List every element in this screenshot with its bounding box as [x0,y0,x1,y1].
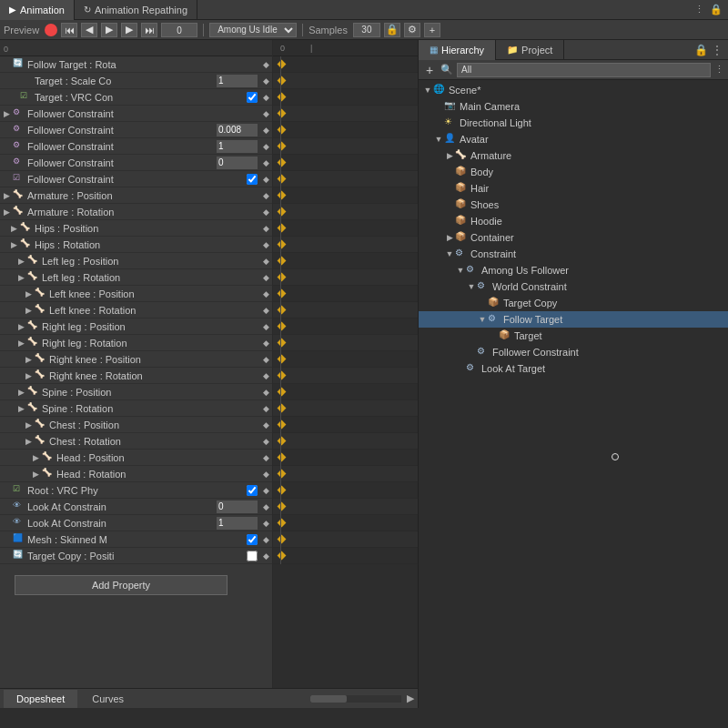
follower-val-3[interactable] [217,157,258,169]
keyframe-diamond[interactable] [278,551,287,561]
keyframe-diamond[interactable] [278,437,287,446]
hier-row-among-us[interactable]: ▼ ⚙ Among Us Follower [419,262,728,278]
lookat-val-1[interactable] [217,500,258,513]
keyframe-diamond[interactable] [278,289,287,298]
hier-row-hoodie[interactable]: 📦 Hoodie [419,213,728,229]
prop-row-follower-4[interactable]: ⚙ Follower Constraint ◆ [0,155,272,171]
prop-row-mesh[interactable]: 🟦 Mesh : Skinned M ◆ [0,531,272,548]
keyframe-diamond[interactable] [278,519,287,528]
prop-row-chest-rot[interactable]: ▶ 🦴 Chest : Rotation ◆ [0,433,272,450]
lock-icon[interactable]: 🔒 [694,44,708,56]
anim-lock-btn[interactable]: 🔒 [384,23,400,37]
scale-input[interactable] [217,75,258,87]
hier-row-body[interactable]: 📦 Body [419,164,728,180]
prop-row-target-copy[interactable]: 🔄 Target Copy : Positi ◆ [0,548,272,564]
prop-diamond-btn[interactable]: ◆ [259,189,272,202]
hier-row-scene[interactable]: ▼ 🌐 Scene* [419,82,728,98]
hier-row-target[interactable]: 📦 Target [419,328,728,344]
tab-curves[interactable]: Curves [79,690,136,708]
prop-diamond-btn[interactable]: ◆ [259,533,272,546]
prop-diamond-btn[interactable]: ◆ [259,517,272,530]
prop-row-left-knee-rot[interactable]: ▶ 🦴 Left knee : Rotation ◆ [0,302,272,318]
tab-animation[interactable]: ▶ Animation [0,0,75,20]
keyframe-diamond[interactable] [278,420,287,430]
scroll-right-btn[interactable]: ▶ [407,693,414,704]
keyframe-diamond[interactable] [278,502,287,511]
hier-row-follower-constraint[interactable]: ⚙ Follower Constraint [419,344,728,360]
hier-row-follow-target[interactable]: ▼ ⚙ Follow Target [419,311,728,328]
keyframe-diamond[interactable] [278,257,287,266]
prop-row-scale[interactable]: Target : Scale Co ◆ [0,73,272,89]
root-vrc-checkbox[interactable] [247,485,258,496]
prop-diamond-btn[interactable]: ◆ [259,173,272,186]
prop-diamond-btn[interactable]: ◆ [259,271,272,284]
prop-diamond-btn[interactable]: ◆ [259,238,272,251]
keyframe-diamond[interactable] [278,470,287,479]
prop-diamond-btn[interactable]: ◆ [259,451,272,464]
options-icon[interactable]: ⋮ [712,44,723,56]
prop-diamond-btn[interactable]: ◆ [259,435,272,448]
prop-row-right-leg-pos[interactable]: ▶ 🦴 Right leg : Position ◆ [0,318,272,335]
keyframe-diamond[interactable] [278,388,287,397]
record-btn[interactable] [45,24,57,36]
prop-diamond-btn[interactable]: ◆ [259,369,272,382]
prop-row-lookat-1[interactable]: 👁 Look At Constrain ◆ [0,499,272,515]
prop-diamond-btn[interactable]: ◆ [259,58,272,71]
prop-diamond-btn[interactable]: ◆ [259,353,272,366]
clip-selector[interactable]: Among Us Idle [209,23,297,37]
hier-row-avatar[interactable]: ▼ 👤 Avatar [419,131,728,147]
prop-row-chest-pos[interactable]: ▶ 🦴 Chest : Position ◆ [0,417,272,433]
prop-row-follow-target[interactable]: 🔄 Follow Target : Rota ◆ [0,56,272,73]
keyframe-diamond[interactable] [278,126,287,135]
keyframe-diamond[interactable] [278,453,287,462]
prop-diamond-btn[interactable]: ◆ [259,255,272,268]
next-frame-btn[interactable]: ▶ [121,23,137,37]
keyframe-diamond[interactable] [278,240,287,249]
keyframe-diamond[interactable] [278,60,287,69]
keyframe-diamond[interactable] [278,158,287,167]
prop-diamond-btn[interactable]: ◆ [259,320,272,333]
scrollbar-thumb[interactable] [310,695,347,703]
prop-diamond-btn[interactable]: ◆ [259,222,272,235]
prop-row-spine-rot[interactable]: ▶ 🦴 Spine : Rotation ◆ [0,400,272,417]
prop-row-hips-rot[interactable]: ▶ 🦴 Hips : Rotation ◆ [0,237,272,253]
skip-back-btn[interactable]: ⏮ [61,23,77,37]
prop-row-armature-rot[interactable]: ▶ 🦴 Armature : Rotation ◆ [0,204,272,220]
prop-diamond-btn[interactable]: ◆ [259,206,272,218]
keyframe-diamond[interactable] [278,306,287,315]
prop-diamond-btn[interactable]: ◆ [259,337,272,349]
prop-diamond-btn[interactable]: ◆ [259,91,272,104]
hier-row-look-at[interactable]: ⚙ Look At Target [419,360,728,377]
panel-options-icon[interactable]: ⋮ [694,4,710,15]
tab-repathing[interactable]: ↻ Animation Repathing [75,0,197,20]
hier-row-constraint[interactable]: ▼ ⚙ Constraint [419,246,728,262]
hier-row-shoes[interactable]: 📦 Shoes [419,197,728,213]
hier-row-hair[interactable]: 📦 Hair [419,180,728,197]
prop-row-follower-1[interactable]: ▶ ⚙ Follower Constraint ◆ [0,106,272,122]
samples-input[interactable] [353,23,380,37]
prop-diamond-btn[interactable]: ◆ [259,107,272,120]
hier-options-btn[interactable]: ⋮ [714,64,724,76]
prop-diamond-btn[interactable]: ◆ [259,75,272,87]
keyframe-diamond[interactable] [278,273,287,282]
prop-row-armature-pos[interactable]: ▶ 🦴 Armature : Position ◆ [0,187,272,204]
hier-row-target-copy[interactable]: 📦 Target Copy [419,295,728,311]
keyframe-diamond[interactable] [278,224,287,233]
hier-row-container[interactable]: ▶ 📦 Container [419,229,728,246]
prop-diamond-btn[interactable]: ◆ [259,402,272,415]
prop-row-hips-pos[interactable]: ▶ 🦴 Hips : Position ◆ [0,220,272,237]
prop-diamond-btn[interactable]: ◆ [259,419,272,431]
prop-row-left-leg-rot[interactable]: ▶ 🦴 Left leg : Rotation ◆ [0,269,272,286]
mesh-checkbox[interactable] [247,534,258,545]
hier-add-btn[interactable]: + [422,63,437,77]
keyframe-diamond[interactable] [278,404,287,413]
follower-val-1[interactable] [217,124,258,136]
keyframe-diamond[interactable] [278,371,287,380]
frame-number[interactable]: 0 [161,23,197,37]
prop-diamond-btn[interactable]: ◆ [259,500,272,513]
lookat-val-2[interactable] [217,517,258,530]
prop-row-right-leg-rot[interactable]: ▶ 🦴 Right leg : Rotation ◆ [0,335,272,351]
prop-diamond-btn[interactable]: ◆ [259,288,272,300]
prop-row-left-leg-pos[interactable]: ▶ 🦴 Left leg : Position ◆ [0,253,272,269]
hier-row-main-camera[interactable]: 📷 Main Camera [419,98,728,115]
